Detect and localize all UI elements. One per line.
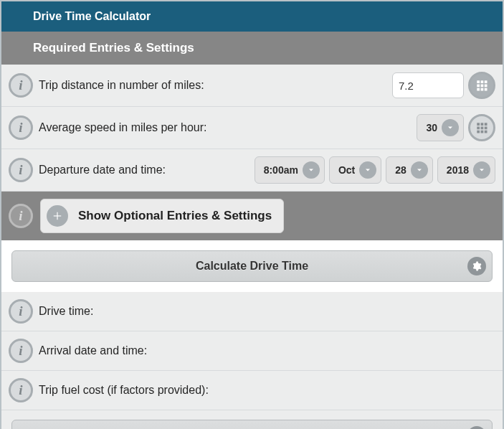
show-optional-label: Show Optional Entries & Settings — [78, 209, 272, 223]
info-icon[interactable]: i — [9, 116, 33, 140]
info-icon[interactable]: i — [9, 339, 33, 363]
svg-rect-3 — [477, 85, 480, 88]
plus-icon — [47, 205, 68, 227]
svg-rect-5 — [485, 85, 488, 88]
average-speed-select[interactable]: 30 — [417, 114, 464, 141]
drive-time-label: Drive time: — [39, 305, 490, 318]
arrival-label: Arrival date and time: — [39, 344, 490, 357]
fuel-cost-label: Trip fuel cost (if factors provided): — [39, 384, 490, 397]
chevron-down-icon — [359, 161, 376, 179]
departure-year-value: 2018 — [447, 164, 469, 176]
departure-year-select[interactable]: 2018 — [437, 156, 495, 184]
info-icon[interactable]: i — [9, 204, 33, 228]
chevron-down-icon — [442, 119, 459, 136]
departure-time-value: 8:00am — [264, 164, 298, 176]
svg-rect-16 — [481, 131, 484, 133]
svg-rect-10 — [481, 123, 484, 126]
section-required-header: Required Entries & Settings — [1, 32, 503, 65]
svg-rect-11 — [485, 123, 488, 126]
average-speed-value: 30 — [426, 122, 437, 133]
trip-distance-input[interactable] — [392, 72, 464, 98]
average-speed-controls: 30 — [417, 114, 495, 141]
svg-rect-8 — [485, 88, 488, 91]
svg-rect-6 — [477, 88, 480, 91]
svg-rect-7 — [481, 88, 484, 91]
trip-distance-label: Trip distance in number of miles: — [39, 79, 386, 92]
chevron-down-icon — [473, 161, 490, 179]
departure-month-select[interactable]: Oct — [329, 156, 381, 184]
row-average-speed: i Average speed in miles per hour: 30 — [1, 107, 503, 149]
svg-rect-17 — [485, 131, 488, 133]
departure-label: Departure date and time: — [39, 164, 249, 176]
chevron-down-icon — [303, 161, 320, 179]
trip-distance-controls — [392, 72, 495, 99]
svg-rect-2 — [485, 80, 488, 83]
svg-rect-15 — [477, 131, 480, 133]
gear-icon[interactable] — [467, 426, 486, 429]
svg-rect-1 — [481, 80, 484, 83]
departure-time-select[interactable]: 8:00am — [255, 156, 325, 184]
reset-button[interactable]: Reset — [11, 420, 493, 429]
calculate-area: Calculate Drive Time — [1, 240, 503, 292]
average-speed-label: Average speed in miles per hour: — [39, 121, 411, 134]
chevron-down-icon — [411, 161, 428, 179]
departure-controls: 8:00am Oct 28 2018 — [255, 156, 495, 184]
departure-month-value: Oct — [338, 164, 355, 176]
svg-rect-13 — [481, 127, 484, 130]
row-arrival: i Arrival date and time: — [1, 331, 503, 371]
page-title: Drive Time Calculator — [1, 1, 503, 32]
departure-day-select[interactable]: 28 — [386, 156, 433, 184]
svg-rect-14 — [485, 127, 488, 130]
row-drive-time: i Drive time: — [1, 292, 503, 331]
row-departure: i Departure date and time: 8:00am Oct 28… — [1, 149, 503, 192]
svg-rect-4 — [481, 85, 484, 88]
info-icon[interactable]: i — [9, 299, 33, 324]
info-icon[interactable]: i — [9, 378, 33, 402]
row-fuel-cost: i Trip fuel cost (if factors provided): — [1, 371, 503, 410]
show-optional-toggle[interactable]: Show Optional Entries & Settings — [40, 199, 284, 233]
svg-rect-9 — [477, 123, 480, 126]
svg-rect-0 — [477, 80, 480, 83]
departure-day-value: 28 — [395, 164, 406, 176]
calculate-button-label: Calculate Drive Time — [196, 260, 308, 273]
optional-settings-bar: i Show Optional Entries & Settings — [1, 192, 503, 240]
info-icon[interactable]: i — [9, 73, 33, 98]
gear-icon[interactable] — [467, 257, 486, 275]
keypad-icon[interactable] — [468, 72, 495, 99]
reset-area: Reset — [1, 410, 503, 429]
row-trip-distance: i Trip distance in number of miles: — [1, 65, 503, 107]
keypad-icon[interactable] — [468, 114, 495, 141]
calculate-button[interactable]: Calculate Drive Time — [11, 250, 493, 282]
info-icon[interactable]: i — [9, 158, 33, 182]
svg-rect-12 — [477, 127, 480, 130]
calculator-container: Drive Time Calculator Required Entries &… — [0, 0, 504, 429]
